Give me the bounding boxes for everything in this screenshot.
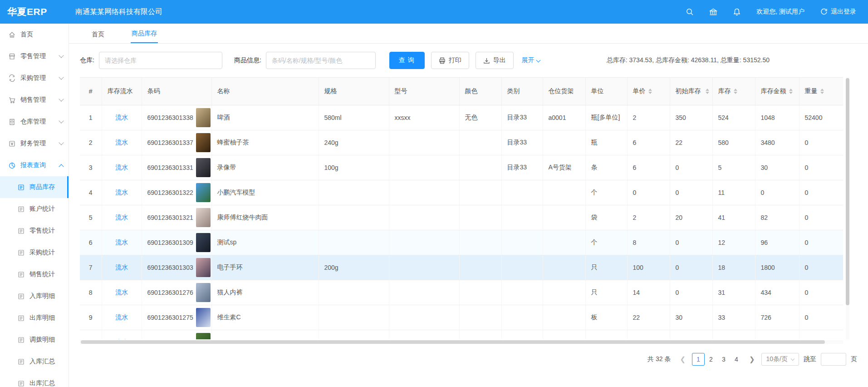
product-name: 录像带 bbox=[211, 155, 319, 180]
sidebar-subitem[interactable]: 入库汇总 bbox=[0, 351, 69, 372]
model bbox=[389, 330, 459, 339]
color bbox=[459, 255, 501, 280]
page-number-4[interactable]: 4 bbox=[730, 353, 743, 366]
next-page-button[interactable]: ❯ bbox=[747, 355, 757, 363]
sidebar-subitem[interactable]: 零售统计 bbox=[0, 220, 69, 242]
stock: 33 bbox=[712, 305, 755, 330]
product-thumbnail[interactable] bbox=[196, 183, 211, 202]
column-header[interactable]: 库存金额 bbox=[755, 78, 799, 105]
bell-icon[interactable] bbox=[733, 8, 741, 16]
table-row: 6流水6901236301309测试sp个8012960 bbox=[80, 230, 843, 255]
weight: 0 bbox=[799, 280, 843, 305]
product-thumbnail[interactable] bbox=[196, 158, 211, 177]
sidebar-subitem[interactable]: 调拨明细 bbox=[0, 329, 69, 351]
export-button[interactable]: 导出 bbox=[476, 52, 514, 69]
product-thumbnail[interactable] bbox=[196, 308, 211, 327]
sidebar-item-retail[interactable]: 零售管理 bbox=[0, 45, 69, 67]
download-icon bbox=[483, 57, 490, 64]
page-number-3[interactable]: 3 bbox=[717, 353, 730, 366]
sidebar-subitem[interactable]: 出库明细 bbox=[0, 307, 69, 329]
product-name: 小鹏汽车模型 bbox=[211, 180, 319, 205]
sidebar-subitem[interactable]: 商品库存 bbox=[0, 176, 69, 198]
flow-link[interactable]: 流水 bbox=[115, 338, 128, 340]
document-icon bbox=[17, 184, 25, 191]
sort-caret-icon[interactable] bbox=[820, 89, 824, 94]
sidebar-subitem[interactable]: 账户统计 bbox=[0, 198, 69, 220]
column-header[interactable]: 重量 bbox=[799, 78, 843, 105]
sidebar-item-sales[interactable]: 销售管理 bbox=[0, 89, 69, 111]
flow-link[interactable]: 流水 bbox=[115, 114, 128, 121]
chevron-up-icon bbox=[59, 164, 64, 169]
product-name: 猫人内裤 bbox=[211, 280, 319, 305]
flow-link[interactable]: 流水 bbox=[115, 263, 128, 271]
initial-stock: 0 bbox=[670, 255, 712, 280]
search-button[interactable]: 查询 bbox=[389, 52, 425, 69]
sort-caret-icon[interactable] bbox=[734, 89, 737, 94]
sidebar-subitem[interactable]: 销售统计 bbox=[0, 263, 69, 285]
product-thumbnail[interactable] bbox=[196, 333, 211, 340]
flow-link[interactable]: 流水 bbox=[115, 213, 128, 221]
category: 目录33 bbox=[501, 130, 543, 155]
product-thumbnail[interactable] bbox=[196, 108, 211, 127]
unit: 个 bbox=[585, 180, 627, 205]
color bbox=[459, 280, 501, 305]
column-header[interactable]: 初始库存 bbox=[670, 78, 712, 105]
company-name: 南通某某网络科技有限公司 bbox=[69, 7, 162, 17]
tab-product-stock[interactable]: 商品库存 bbox=[131, 25, 158, 43]
page-number-1[interactable]: 1 bbox=[692, 353, 705, 366]
stock-amount: 3480 bbox=[755, 130, 799, 155]
tab-home[interactable]: 首页 bbox=[91, 26, 105, 43]
sort-caret-icon[interactable] bbox=[706, 89, 709, 94]
product-thumbnail[interactable] bbox=[196, 283, 211, 302]
flow-link[interactable]: 流水 bbox=[115, 139, 128, 146]
sidebar-item-purchase[interactable]: 采购管理 bbox=[0, 67, 69, 89]
flow-link[interactable]: 流水 bbox=[115, 313, 128, 321]
prev-page-button[interactable]: ❮ bbox=[678, 355, 687, 363]
product-info-input[interactable] bbox=[266, 52, 376, 69]
unit: 只 bbox=[585, 255, 627, 280]
product-thumbnail[interactable] bbox=[196, 233, 211, 252]
warehouse-select-input[interactable] bbox=[99, 52, 222, 69]
sidebar-item-report[interactable]: 报表查询 bbox=[0, 154, 69, 176]
flow-link[interactable]: 流水 bbox=[115, 164, 128, 171]
sort-caret-icon[interactable] bbox=[648, 89, 652, 94]
bank-icon[interactable] bbox=[709, 8, 717, 16]
category bbox=[501, 305, 543, 330]
sidebar-subitem[interactable]: 入库明细 bbox=[0, 285, 69, 307]
sidebar-item-warehouse[interactable]: 仓库管理 bbox=[0, 111, 69, 133]
shelf bbox=[543, 330, 585, 339]
vertical-scrollbar[interactable] bbox=[846, 77, 849, 339]
print-button[interactable]: 打印 bbox=[431, 52, 469, 69]
product-thumbnail[interactable] bbox=[196, 258, 211, 277]
category bbox=[501, 180, 543, 205]
unit-price bbox=[627, 330, 670, 339]
column-header[interactable]: 单价 bbox=[627, 78, 670, 105]
sidebar-item-home[interactable]: 首页 bbox=[0, 24, 69, 45]
product-thumbnail[interactable] bbox=[196, 133, 211, 152]
flow-link[interactable]: 流水 bbox=[115, 189, 128, 196]
barcode: 6901236301338 bbox=[147, 114, 193, 121]
sort-caret-icon[interactable] bbox=[789, 89, 793, 94]
jump-page-input[interactable] bbox=[821, 353, 846, 366]
inventory-table-zone: #库存流水条码名称规格型号颜色类别仓位货架单位单价初始库存库存库存金额重量 1流… bbox=[80, 77, 843, 344]
stock-amount: 82 bbox=[755, 205, 799, 230]
sidebar-item-finance[interactable]: 财务管理 bbox=[0, 133, 69, 154]
flow-link[interactable]: 流水 bbox=[115, 288, 128, 296]
color bbox=[459, 205, 501, 230]
color bbox=[459, 155, 501, 180]
search-icon[interactable] bbox=[686, 8, 694, 16]
flow-link[interactable]: 流水 bbox=[115, 238, 128, 246]
product-name: 测试sp bbox=[211, 230, 319, 255]
product-thumbnail[interactable] bbox=[196, 208, 211, 227]
stock-amount: 726 bbox=[755, 305, 799, 330]
sidebar-subitem[interactable]: 采购统计 bbox=[0, 242, 69, 263]
initial-stock: 0 bbox=[670, 280, 712, 305]
sidebar-subitem[interactable]: 出库汇总 bbox=[0, 372, 69, 387]
horizontal-scrollbar[interactable] bbox=[80, 340, 843, 344]
page-number-2[interactable]: 2 bbox=[705, 353, 717, 366]
model bbox=[389, 205, 459, 230]
logout-button[interactable]: 退出登录 bbox=[820, 8, 856, 16]
expand-link[interactable]: 展开 bbox=[522, 56, 540, 64]
page-size-select[interactable]: 10条/页 bbox=[761, 353, 799, 366]
column-header[interactable]: 库存 bbox=[712, 78, 755, 105]
